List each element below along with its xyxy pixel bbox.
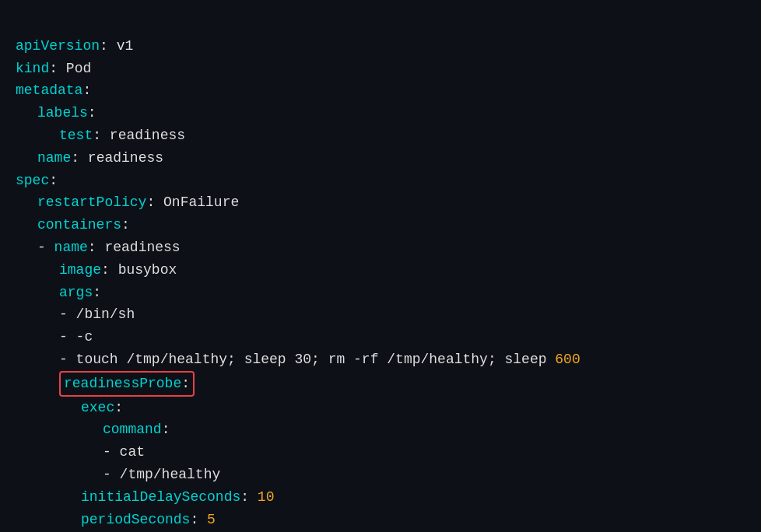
line-bin-sh: - /bin/sh xyxy=(16,303,745,326)
line-labels: labels: xyxy=(16,102,745,124)
line-args: args: xyxy=(16,282,745,304)
line-readiness-probe: readinessProbe: xyxy=(16,371,745,397)
line-api-version: apiVersion: v1 xyxy=(16,35,745,58)
line-test: test: readiness xyxy=(16,124,745,147)
line-restart: restartPolicy: OnFailure xyxy=(16,191,745,214)
line-dash-name: - name: readiness xyxy=(16,236,745,259)
line-tmp-healthy: - /tmp/healthy xyxy=(16,464,745,486)
line-kind: kind: Pod xyxy=(16,58,745,80)
line-period: periodSeconds: 5 xyxy=(16,509,745,531)
line-image: image: busybox xyxy=(16,259,745,282)
code-editor: apiVersion: v1kind: Podmetadata:labels:t… xyxy=(16,12,745,530)
line-metadata: metadata: xyxy=(16,79,745,102)
line-exec: exec: xyxy=(16,397,745,419)
line-dash-c: - -c xyxy=(16,326,745,348)
line-command: command: xyxy=(16,418,745,441)
line-cat: - cat xyxy=(16,441,745,464)
line-touch: - touch /tmp/healthy; sleep 30; rm -rf /… xyxy=(16,348,745,371)
line-name-meta: name: readiness xyxy=(16,147,745,170)
line-containers: containers: xyxy=(16,214,745,236)
line-spec: spec: xyxy=(16,170,745,192)
line-initial-delay: initialDelaySeconds: 10 xyxy=(16,486,745,509)
